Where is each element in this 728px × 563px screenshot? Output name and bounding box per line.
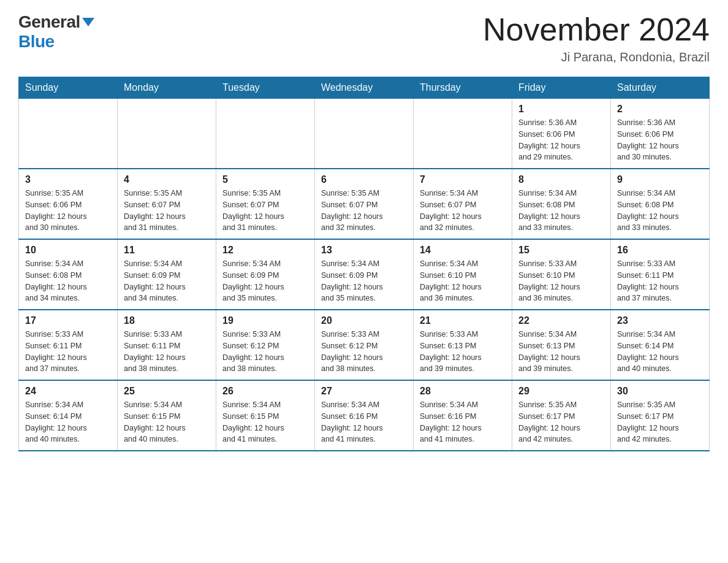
day-number: 22: [518, 315, 604, 326]
logo-triangle-icon: [82, 18, 94, 26]
day-info: Sunrise: 5:36 AM Sunset: 6:06 PM Dayligh…: [617, 117, 703, 163]
col-thursday: Thursday: [414, 77, 512, 99]
day-number: 6: [321, 174, 407, 185]
table-row: 9Sunrise: 5:34 AM Sunset: 6:08 PM Daylig…: [611, 169, 710, 239]
calendar-week-row: 1Sunrise: 5:36 AM Sunset: 6:06 PM Daylig…: [19, 99, 710, 169]
day-info: Sunrise: 5:35 AM Sunset: 6:06 PM Dayligh…: [25, 188, 111, 234]
table-row: [315, 99, 414, 169]
table-row: 16Sunrise: 5:33 AM Sunset: 6:11 PM Dayli…: [611, 239, 710, 310]
table-row: 10Sunrise: 5:34 AM Sunset: 6:08 PM Dayli…: [19, 239, 118, 310]
table-row: [19, 99, 118, 169]
day-info: Sunrise: 5:34 AM Sunset: 6:08 PM Dayligh…: [518, 188, 604, 234]
day-info: Sunrise: 5:35 AM Sunset: 6:07 PM Dayligh…: [124, 188, 210, 234]
day-number: 10: [25, 245, 111, 256]
day-number: 27: [321, 386, 407, 397]
table-row: [216, 99, 315, 169]
day-info: Sunrise: 5:35 AM Sunset: 6:17 PM Dayligh…: [518, 399, 604, 445]
day-number: 25: [124, 386, 210, 397]
day-number: 15: [518, 245, 604, 256]
day-info: Sunrise: 5:33 AM Sunset: 6:10 PM Dayligh…: [518, 258, 604, 304]
day-info: Sunrise: 5:34 AM Sunset: 6:10 PM Dayligh…: [420, 258, 506, 304]
table-row: 23Sunrise: 5:34 AM Sunset: 6:14 PM Dayli…: [611, 310, 710, 380]
table-row: 26Sunrise: 5:34 AM Sunset: 6:15 PM Dayli…: [216, 380, 315, 451]
table-row: 25Sunrise: 5:34 AM Sunset: 6:15 PM Dayli…: [118, 380, 216, 451]
day-number: 17: [25, 315, 111, 326]
day-number: 7: [420, 174, 506, 185]
day-number: 11: [124, 245, 210, 256]
table-row: 27Sunrise: 5:34 AM Sunset: 6:16 PM Dayli…: [315, 380, 414, 451]
day-number: 23: [617, 315, 703, 326]
day-info: Sunrise: 5:34 AM Sunset: 6:15 PM Dayligh…: [124, 399, 210, 445]
calendar-table: Sunday Monday Tuesday Wednesday Thursday…: [18, 77, 710, 451]
table-row: 11Sunrise: 5:34 AM Sunset: 6:09 PM Dayli…: [118, 239, 216, 310]
col-tuesday: Tuesday: [216, 77, 315, 99]
day-info: Sunrise: 5:34 AM Sunset: 6:09 PM Dayligh…: [222, 258, 308, 304]
logo: General Blue: [18, 12, 94, 52]
day-number: 1: [518, 104, 604, 115]
day-number: 13: [321, 245, 407, 256]
day-number: 29: [518, 386, 604, 397]
month-title: November 2024: [483, 12, 710, 47]
col-friday: Friday: [512, 77, 611, 99]
title-section: November 2024 Ji Parana, Rondonia, Brazi…: [483, 12, 710, 64]
table-row: 21Sunrise: 5:33 AM Sunset: 6:13 PM Dayli…: [414, 310, 512, 380]
day-info: Sunrise: 5:33 AM Sunset: 6:11 PM Dayligh…: [25, 329, 111, 375]
day-number: 18: [124, 315, 210, 326]
day-number: 26: [222, 386, 308, 397]
day-number: 3: [25, 174, 111, 185]
table-row: 29Sunrise: 5:35 AM Sunset: 6:17 PM Dayli…: [512, 380, 611, 451]
day-info: Sunrise: 5:34 AM Sunset: 6:07 PM Dayligh…: [420, 188, 506, 234]
day-number: 8: [518, 174, 604, 185]
table-row: 1Sunrise: 5:36 AM Sunset: 6:06 PM Daylig…: [512, 99, 611, 169]
day-info: Sunrise: 5:33 AM Sunset: 6:13 PM Dayligh…: [420, 329, 506, 375]
day-info: Sunrise: 5:34 AM Sunset: 6:09 PM Dayligh…: [321, 258, 407, 304]
table-row: 22Sunrise: 5:34 AM Sunset: 6:13 PM Dayli…: [512, 310, 611, 380]
table-row: 24Sunrise: 5:34 AM Sunset: 6:14 PM Dayli…: [19, 380, 118, 451]
day-number: 24: [25, 386, 111, 397]
day-info: Sunrise: 5:36 AM Sunset: 6:06 PM Dayligh…: [518, 117, 604, 163]
day-number: 19: [222, 315, 308, 326]
day-info: Sunrise: 5:34 AM Sunset: 6:08 PM Dayligh…: [617, 188, 703, 234]
calendar-header-row: Sunday Monday Tuesday Wednesday Thursday…: [19, 77, 710, 99]
table-row: 15Sunrise: 5:33 AM Sunset: 6:10 PM Dayli…: [512, 239, 611, 310]
calendar-week-row: 3Sunrise: 5:35 AM Sunset: 6:06 PM Daylig…: [19, 169, 710, 239]
table-row: 18Sunrise: 5:33 AM Sunset: 6:11 PM Dayli…: [118, 310, 216, 380]
day-number: 21: [420, 315, 506, 326]
day-info: Sunrise: 5:34 AM Sunset: 6:08 PM Dayligh…: [25, 258, 111, 304]
day-number: 4: [124, 174, 210, 185]
table-row: 28Sunrise: 5:34 AM Sunset: 6:16 PM Dayli…: [414, 380, 512, 451]
day-info: Sunrise: 5:33 AM Sunset: 6:11 PM Dayligh…: [617, 258, 703, 304]
table-row: [118, 99, 216, 169]
day-info: Sunrise: 5:34 AM Sunset: 6:16 PM Dayligh…: [321, 399, 407, 445]
logo-general-text: General: [18, 12, 80, 32]
day-info: Sunrise: 5:35 AM Sunset: 6:07 PM Dayligh…: [222, 188, 308, 234]
calendar-week-row: 17Sunrise: 5:33 AM Sunset: 6:11 PM Dayli…: [19, 310, 710, 380]
day-number: 30: [617, 386, 703, 397]
calendar-week-row: 24Sunrise: 5:34 AM Sunset: 6:14 PM Dayli…: [19, 380, 710, 451]
table-row: 2Sunrise: 5:36 AM Sunset: 6:06 PM Daylig…: [611, 99, 710, 169]
col-sunday: Sunday: [19, 77, 118, 99]
calendar-week-row: 10Sunrise: 5:34 AM Sunset: 6:08 PM Dayli…: [19, 239, 710, 310]
table-row: 5Sunrise: 5:35 AM Sunset: 6:07 PM Daylig…: [216, 169, 315, 239]
table-row: 19Sunrise: 5:33 AM Sunset: 6:12 PM Dayli…: [216, 310, 315, 380]
day-info: Sunrise: 5:35 AM Sunset: 6:17 PM Dayligh…: [617, 399, 703, 445]
day-info: Sunrise: 5:35 AM Sunset: 6:07 PM Dayligh…: [321, 188, 407, 234]
logo-blue-text: Blue: [18, 32, 55, 51]
table-row: 14Sunrise: 5:34 AM Sunset: 6:10 PM Dayli…: [414, 239, 512, 310]
day-info: Sunrise: 5:33 AM Sunset: 6:12 PM Dayligh…: [321, 329, 407, 375]
table-row: [414, 99, 512, 169]
day-info: Sunrise: 5:34 AM Sunset: 6:16 PM Dayligh…: [420, 399, 506, 445]
day-number: 12: [222, 245, 308, 256]
table-row: 7Sunrise: 5:34 AM Sunset: 6:07 PM Daylig…: [414, 169, 512, 239]
col-saturday: Saturday: [611, 77, 710, 99]
col-wednesday: Wednesday: [315, 77, 414, 99]
table-row: 8Sunrise: 5:34 AM Sunset: 6:08 PM Daylig…: [512, 169, 611, 239]
table-row: 13Sunrise: 5:34 AM Sunset: 6:09 PM Dayli…: [315, 239, 414, 310]
day-number: 2: [617, 104, 703, 115]
day-info: Sunrise: 5:34 AM Sunset: 6:14 PM Dayligh…: [617, 329, 703, 375]
day-number: 16: [617, 245, 703, 256]
day-number: 28: [420, 386, 506, 397]
day-info: Sunrise: 5:34 AM Sunset: 6:13 PM Dayligh…: [518, 329, 604, 375]
location-text: Ji Parana, Rondonia, Brazil: [483, 50, 710, 64]
table-row: 17Sunrise: 5:33 AM Sunset: 6:11 PM Dayli…: [19, 310, 118, 380]
